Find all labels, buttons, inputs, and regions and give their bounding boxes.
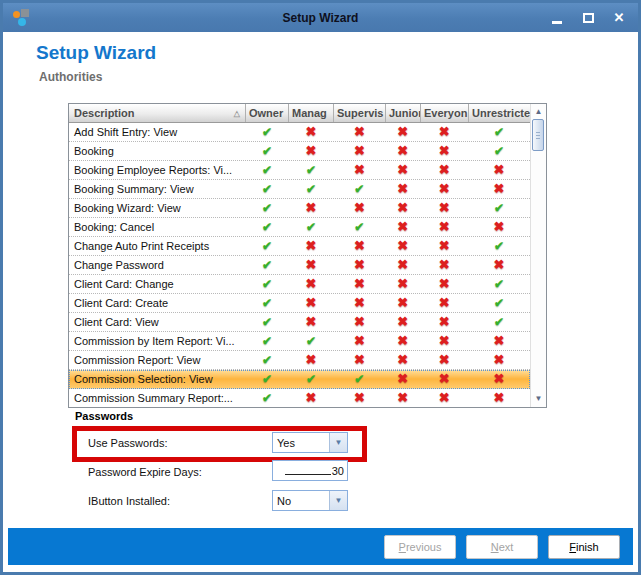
permission-cell[interactable]: ✖ xyxy=(333,161,385,179)
permission-cell[interactable]: ✖ xyxy=(420,351,468,369)
permission-cell[interactable]: ✖ xyxy=(289,199,334,217)
permission-cell[interactable]: ✖ xyxy=(420,142,468,160)
scroll-down-icon[interactable]: ▼ xyxy=(531,394,546,404)
permission-cell[interactable]: ✔ xyxy=(289,332,334,350)
permission-cell[interactable]: ✖ xyxy=(333,389,385,407)
table-row[interactable]: Commission by Item Report: Vi...✔✔✖✖✖✖ xyxy=(69,332,530,351)
permission-cell[interactable]: ✔ xyxy=(246,256,289,274)
scroll-up-icon[interactable]: ▲ xyxy=(531,107,546,117)
permission-cell[interactable]: ✔ xyxy=(333,180,385,198)
permission-cell[interactable]: ✖ xyxy=(289,351,334,369)
permission-cell[interactable]: ✖ xyxy=(333,142,385,160)
permission-cell[interactable]: ✔ xyxy=(246,237,289,255)
permission-cell[interactable]: ✔ xyxy=(468,237,530,255)
permission-cell[interactable]: ✖ xyxy=(420,370,468,388)
permission-cell[interactable]: ✔ xyxy=(289,161,334,179)
table-row[interactable]: Change Password✔✖✖✖✖✖ xyxy=(69,256,530,275)
permission-cell[interactable]: ✖ xyxy=(420,237,468,255)
permission-cell[interactable]: ✖ xyxy=(385,180,420,198)
permission-cell[interactable]: ✖ xyxy=(468,218,530,236)
permission-cell[interactable]: ✔ xyxy=(246,332,289,350)
previous-button[interactable]: Previous xyxy=(384,535,456,559)
column-header-owner[interactable]: Owner xyxy=(246,104,289,122)
permission-cell[interactable]: ✔ xyxy=(289,370,334,388)
table-row[interactable]: Commission Summary Report:...✔✖✖✖✖✖ xyxy=(69,389,530,407)
permission-cell[interactable]: ✖ xyxy=(385,275,420,293)
permission-cell[interactable]: ✔ xyxy=(246,370,289,388)
scroll-thumb[interactable] xyxy=(532,119,544,151)
permission-cell[interactable]: ✔ xyxy=(333,370,385,388)
permission-cell[interactable]: ✖ xyxy=(333,275,385,293)
dropdown-arrow-icon[interactable]: ▼ xyxy=(329,433,347,452)
dropdown-arrow-icon[interactable]: ▼ xyxy=(329,491,347,510)
permission-cell[interactable]: ✖ xyxy=(289,313,334,331)
permission-cell[interactable]: ✖ xyxy=(420,123,468,141)
permission-cell[interactable]: ✖ xyxy=(420,332,468,350)
table-row[interactable]: Client Card: Create✔✖✖✖✖✔ xyxy=(69,294,530,313)
permission-cell[interactable]: ✖ xyxy=(420,161,468,179)
permission-cell[interactable]: ✖ xyxy=(468,256,530,274)
permission-cell[interactable]: ✔ xyxy=(246,275,289,293)
permission-cell[interactable]: ✖ xyxy=(289,123,334,141)
permission-cell[interactable]: ✔ xyxy=(246,294,289,312)
permission-cell[interactable]: ✔ xyxy=(246,180,289,198)
permission-cell[interactable]: ✖ xyxy=(468,389,530,407)
table-row[interactable]: Commission Report: View✔✖✖✖✖✖ xyxy=(69,351,530,370)
permission-cell[interactable]: ✔ xyxy=(468,199,530,217)
column-header-unrestricted[interactable]: Unrestricte xyxy=(469,104,531,122)
permission-cell[interactable]: ✖ xyxy=(385,161,420,179)
permission-cell[interactable]: ✖ xyxy=(289,142,334,160)
permission-cell[interactable]: ✖ xyxy=(289,256,334,274)
column-header-junior[interactable]: Junior xyxy=(386,104,421,122)
permission-cell[interactable]: ✖ xyxy=(385,142,420,160)
close-button[interactable]: ✕ xyxy=(612,10,626,26)
ibutton-installed-dropdown[interactable]: No ▼ xyxy=(272,490,348,511)
column-header-everyone[interactable]: Everyon xyxy=(421,104,469,122)
permission-cell[interactable]: ✖ xyxy=(333,332,385,350)
permission-cell[interactable]: ✔ xyxy=(246,351,289,369)
permission-cell[interactable]: ✖ xyxy=(420,275,468,293)
permission-cell[interactable]: ✖ xyxy=(289,237,334,255)
permission-cell[interactable]: ✔ xyxy=(246,161,289,179)
password-expire-days-input[interactable]: 30 xyxy=(272,460,348,481)
permission-cell[interactable]: ✔ xyxy=(289,180,334,198)
table-row[interactable]: Booking Wizard: View✔✖✖✖✖✔ xyxy=(69,199,530,218)
permission-cell[interactable]: ✖ xyxy=(420,218,468,236)
permission-cell[interactable]: ✖ xyxy=(289,275,334,293)
table-row[interactable]: Booking✔✖✖✖✖✔ xyxy=(69,142,530,161)
table-row[interactable]: Client Card: View✔✖✖✖✖✔ xyxy=(69,313,530,332)
permission-cell[interactable]: ✖ xyxy=(333,351,385,369)
permission-cell[interactable]: ✔ xyxy=(246,389,289,407)
maximize-button[interactable] xyxy=(581,10,595,26)
table-row[interactable]: Booking Summary: View✔✔✔✖✖✖ xyxy=(69,180,530,199)
permission-cell[interactable]: ✖ xyxy=(333,294,385,312)
permission-cell[interactable]: ✔ xyxy=(468,123,530,141)
permission-cell[interactable]: ✔ xyxy=(333,218,385,236)
permission-cell[interactable]: ✖ xyxy=(333,256,385,274)
permission-cell[interactable]: ✖ xyxy=(289,389,334,407)
permission-cell[interactable]: ✖ xyxy=(333,199,385,217)
permission-cell[interactable]: ✔ xyxy=(246,218,289,236)
table-row[interactable]: Change Auto Print Receipts✔✖✖✖✖✔ xyxy=(69,237,530,256)
permission-cell[interactable]: ✖ xyxy=(333,313,385,331)
permission-cell[interactable]: ✖ xyxy=(385,370,420,388)
permission-cell[interactable]: ✖ xyxy=(385,332,420,350)
permission-cell[interactable]: ✖ xyxy=(385,218,420,236)
permission-cell[interactable]: ✖ xyxy=(468,161,530,179)
use-passwords-dropdown[interactable]: Yes ▼ xyxy=(272,432,348,453)
permission-cell[interactable]: ✖ xyxy=(333,237,385,255)
minimize-button[interactable] xyxy=(550,10,564,26)
permission-cell[interactable]: ✔ xyxy=(246,313,289,331)
finish-button[interactable]: Finish xyxy=(548,535,620,559)
permission-cell[interactable]: ✔ xyxy=(468,294,530,312)
table-row[interactable]: Booking: Cancel✔✔✔✖✖✖ xyxy=(69,218,530,237)
table-row[interactable]: Commission Selection: View✔✔✔✖✖✖ xyxy=(69,370,530,389)
column-header-manager[interactable]: Manag xyxy=(289,104,334,122)
permission-cell[interactable]: ✔ xyxy=(468,275,530,293)
permission-cell[interactable]: ✔ xyxy=(468,142,530,160)
permission-cell[interactable]: ✔ xyxy=(246,142,289,160)
permission-cell[interactable]: ✔ xyxy=(468,313,530,331)
permission-cell[interactable]: ✖ xyxy=(289,294,334,312)
permission-cell[interactable]: ✖ xyxy=(385,389,420,407)
permission-cell[interactable]: ✖ xyxy=(468,180,530,198)
